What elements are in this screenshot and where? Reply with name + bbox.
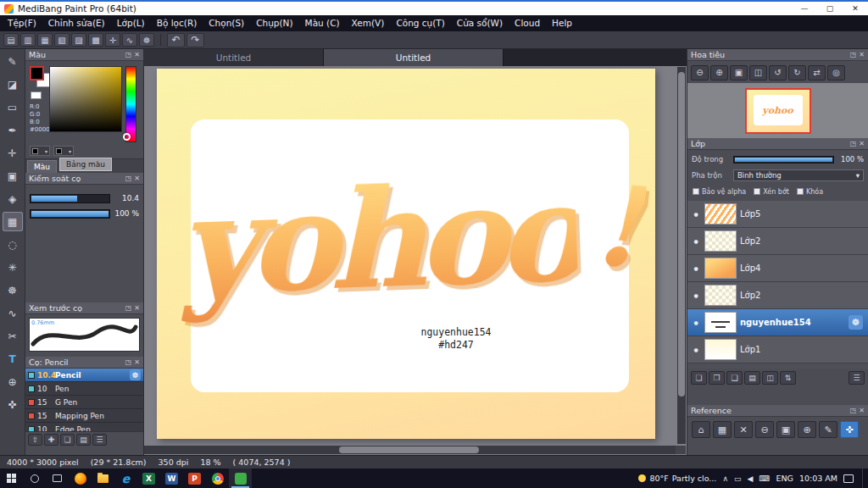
open-file-button[interactable]: ▥ xyxy=(20,33,36,47)
nav-zoom-out-button[interactable]: ⊖ xyxy=(691,65,709,80)
start-button[interactable] xyxy=(0,469,23,488)
language-indicator[interactable]: ENG xyxy=(776,474,793,483)
menu-cloud[interactable]: Cloud xyxy=(509,15,546,31)
task-view-button[interactable] xyxy=(46,469,69,488)
close-icon[interactable]: ✕ xyxy=(134,304,140,312)
shape-tool[interactable]: ▣ xyxy=(3,166,23,186)
nav-zoom-in-button[interactable]: ⊕ xyxy=(710,65,728,80)
convert-layer-button[interactable]: ◫ xyxy=(762,371,778,385)
operation-tool[interactable]: ☸ xyxy=(3,280,23,300)
taskbar-chrome[interactable] xyxy=(206,469,229,488)
blend-mode-dropdown[interactable]: Bình thường ▾ xyxy=(733,169,864,181)
menu-layer[interactable]: Lớp(L) xyxy=(111,15,151,31)
taskbar-medibang-paint[interactable] xyxy=(229,469,252,488)
visibility-dot-icon[interactable]: ● xyxy=(691,265,701,271)
redo-button[interactable]: ↷ xyxy=(186,33,204,47)
popout-icon[interactable]: ◳ xyxy=(125,175,132,182)
taskbar-edge[interactable]: e xyxy=(114,469,137,488)
transparent-color-swatch[interactable] xyxy=(31,92,42,99)
nav-reset-button[interactable]: ◎ xyxy=(827,65,845,80)
menu-tools[interactable]: Công cụ(T) xyxy=(390,15,450,31)
ref-zoom-in-button[interactable]: ⊕ xyxy=(798,421,816,438)
lasso-select-tool[interactable]: ◌ xyxy=(3,235,23,254)
visibility-dot-icon[interactable]: ● xyxy=(691,292,701,298)
close-icon[interactable]: ✕ xyxy=(134,175,140,182)
protect-alpha-checkbox[interactable]: Bảo vệ alpha xyxy=(693,188,746,196)
popout-icon[interactable]: ◳ xyxy=(125,304,132,312)
popout-icon[interactable]: ◳ xyxy=(850,140,857,147)
layer-row-lop2b[interactable]: ● Lớp2 xyxy=(687,282,868,309)
ref-hand-pan-button[interactable]: ✜ xyxy=(840,421,859,438)
visibility-dot-icon[interactable]: ● xyxy=(691,211,701,217)
add-folder-button[interactable]: ▤ xyxy=(744,371,760,385)
horizontal-scroll-thumb[interactable] xyxy=(339,446,479,453)
navigator-thumbnail[interactable]: yohoo xyxy=(745,88,811,134)
close-icon[interactable]: ✕ xyxy=(134,51,140,58)
menu-select[interactable]: Chọn(S) xyxy=(203,15,250,31)
popout-icon[interactable]: ◳ xyxy=(125,51,132,58)
ruler-toggle-button[interactable]: ∿ xyxy=(122,33,137,47)
layer-row-lop4[interactable]: ● Lớp4 xyxy=(687,255,868,282)
layer-menu-button[interactable]: ☰ xyxy=(849,371,865,385)
navigator-view[interactable]: yohoo xyxy=(687,83,868,138)
divide-tool[interactable]: ✂ xyxy=(3,326,23,346)
show-desktop-button[interactable] xyxy=(862,469,865,488)
checkbox-icon[interactable] xyxy=(754,188,760,195)
nav-rotate-right-button[interactable]: ↻ xyxy=(788,65,806,80)
hidden-icons-chevron-icon[interactable]: ∧ xyxy=(722,474,728,483)
layer-settings-gear-icon[interactable]: ☸ xyxy=(849,315,863,330)
brush-row-mapping-pen[interactable]: 15 Mapping Pen xyxy=(25,409,143,423)
curve-tool[interactable]: ∿ xyxy=(3,303,23,323)
ref-color-picker-button[interactable]: ✎ xyxy=(819,421,837,438)
taskbar-word[interactable]: W xyxy=(160,469,183,488)
ref-zoom-out-button[interactable]: ⊖ xyxy=(755,421,774,438)
checkbox-icon[interactable] xyxy=(797,188,804,195)
clipping-checkbox[interactable]: Xén bớt xyxy=(754,188,789,196)
color-mode-dropdown[interactable]: ▾ xyxy=(53,146,74,156)
layer-from-canvas-button[interactable]: ❑ xyxy=(726,371,743,385)
tab-color[interactable]: Màu xyxy=(27,160,57,173)
taskbar-firefox[interactable] xyxy=(69,469,92,488)
keyboard-icon[interactable]: ⌨ xyxy=(759,474,770,483)
nav-actual-size-button[interactable]: ◫ xyxy=(749,65,767,80)
taskbar-excel[interactable]: X xyxy=(137,469,160,488)
lock-checkbox[interactable]: Khóa xyxy=(797,188,823,196)
gradient-tool[interactable]: ▦ xyxy=(3,212,23,231)
horizontal-scrollbar[interactable] xyxy=(144,446,676,454)
layer-row-lop5[interactable]: ● Lớp5 xyxy=(687,201,868,228)
popout-icon[interactable]: ◳ xyxy=(850,51,857,58)
brush-row-gpen[interactable]: 15 G Pen xyxy=(25,396,143,409)
layer-opacity-slider[interactable] xyxy=(733,156,834,164)
clock[interactable]: 10:03 AM xyxy=(799,474,837,483)
export-file-button[interactable]: ▧ xyxy=(54,33,70,47)
bucket-tool[interactable]: ◈ xyxy=(3,189,23,208)
new-file-button[interactable]: ▤ xyxy=(3,33,19,47)
minimize-button[interactable]: — xyxy=(792,2,817,15)
add-brush-button[interactable]: ✚ xyxy=(44,434,58,446)
move-tool[interactable]: ✛ xyxy=(3,143,23,163)
canvas-document[interactable]: yohoo ! nguyenhue154 #hd247 xyxy=(157,69,655,439)
settings-button[interactable]: ☸ xyxy=(139,33,154,47)
foreground-color-swatch[interactable] xyxy=(30,66,44,80)
visibility-dot-icon[interactable]: ● xyxy=(691,238,701,244)
visibility-dot-icon[interactable]: ● xyxy=(691,347,701,352)
brush-opacity-slider[interactable] xyxy=(30,209,110,219)
magic-wand-tool[interactable]: ✳ xyxy=(3,258,23,277)
visibility-dot-icon[interactable]: ● xyxy=(691,319,701,325)
brush-up-button[interactable]: ⇧ xyxy=(28,434,42,446)
zoom-tool[interactable]: ⊕ xyxy=(3,372,23,391)
popout-icon[interactable]: ◳ xyxy=(125,358,132,366)
tab-palette[interactable]: Bảng màu xyxy=(59,158,112,171)
text-tool[interactable]: T xyxy=(3,349,23,369)
brush-size-slider[interactable] xyxy=(30,194,110,203)
display-icon[interactable]: ▭ xyxy=(734,474,742,483)
vertical-scroll-thumb[interactable] xyxy=(678,72,685,396)
brush-settings-gear-icon[interactable]: ☸ xyxy=(130,369,141,380)
hue-marker[interactable] xyxy=(123,133,131,141)
ref-clear-button[interactable]: ✕ xyxy=(734,421,753,438)
close-icon[interactable]: ✕ xyxy=(859,140,865,147)
document-tab-1[interactable]: Untitled xyxy=(144,49,324,66)
document-tab-2[interactable]: Untitled xyxy=(324,49,504,66)
layer-row-lop1[interactable]: ● Lớp1 xyxy=(687,336,868,363)
color-history-dropdown[interactable]: ▾ xyxy=(30,146,50,156)
